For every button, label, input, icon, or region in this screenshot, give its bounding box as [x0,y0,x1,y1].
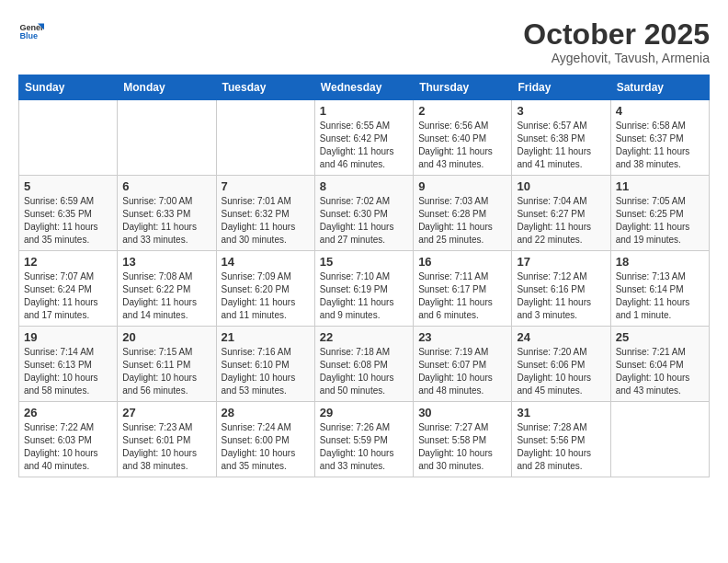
calendar-cell: 30Sunrise: 7:27 AM Sunset: 5:58 PM Dayli… [414,402,512,477]
calendar-cell: 27Sunrise: 7:23 AM Sunset: 6:01 PM Dayli… [118,402,216,477]
page-header: General Blue October 2025 Aygehovit, Tav… [18,18,710,65]
day-number: 21 [222,330,310,344]
title-block: October 2025 Aygehovit, Tavush, Armenia [523,18,710,65]
calendar-cell: 9Sunrise: 7:03 AM Sunset: 6:28 PM Daylig… [414,176,512,251]
day-number: 31 [517,406,605,419]
day-number: 10 [517,179,605,193]
calendar-cell: 2Sunrise: 6:56 AM Sunset: 6:40 PM Daylig… [414,100,512,176]
day-info: Sunrise: 7:01 AM Sunset: 6:32 PM Dayligh… [222,195,310,247]
calendar-week-row: 1Sunrise: 6:55 AM Sunset: 6:42 PM Daylig… [19,100,710,176]
weekday-header-row: SundayMondayTuesdayWednesdayThursdayFrid… [19,75,710,100]
calendar-cell [118,100,216,176]
weekday-header: Saturday [610,75,709,100]
day-number: 29 [320,406,408,419]
calendar-cell [216,100,314,176]
svg-text:Blue: Blue [19,31,38,40]
day-number: 2 [418,104,506,118]
calendar-week-row: 26Sunrise: 7:22 AM Sunset: 6:03 PM Dayli… [19,402,710,477]
calendar-cell: 18Sunrise: 7:13 AM Sunset: 6:14 PM Dayli… [610,251,709,327]
calendar-cell: 3Sunrise: 6:57 AM Sunset: 6:38 PM Daylig… [512,100,610,176]
calendar-cell: 14Sunrise: 7:09 AM Sunset: 6:20 PM Dayli… [216,251,314,327]
day-number: 13 [122,255,210,269]
day-info: Sunrise: 7:15 AM Sunset: 6:11 PM Dayligh… [122,346,210,397]
calendar-cell [19,100,118,176]
calendar-cell: 1Sunrise: 6:55 AM Sunset: 6:42 PM Daylig… [314,100,413,176]
day-number: 4 [616,104,704,118]
calendar-cell: 24Sunrise: 7:20 AM Sunset: 6:06 PM Dayli… [512,327,610,402]
day-info: Sunrise: 7:23 AM Sunset: 6:01 PM Dayligh… [122,421,210,473]
day-number: 12 [24,255,112,269]
day-info: Sunrise: 7:11 AM Sunset: 6:17 PM Dayligh… [418,270,506,322]
calendar-cell: 26Sunrise: 7:22 AM Sunset: 6:03 PM Dayli… [19,402,118,477]
calendar-cell: 17Sunrise: 7:12 AM Sunset: 6:16 PM Dayli… [512,251,610,327]
weekday-header: Friday [512,75,610,100]
day-number: 11 [616,179,704,193]
calendar-cell: 20Sunrise: 7:15 AM Sunset: 6:11 PM Dayli… [118,327,216,402]
day-number: 7 [222,179,310,193]
weekday-header: Sunday [19,75,118,100]
day-number: 30 [418,406,506,419]
calendar-week-row: 19Sunrise: 7:14 AM Sunset: 6:13 PM Dayli… [19,327,710,402]
day-number: 14 [222,255,310,269]
weekday-header: Wednesday [314,75,413,100]
day-number: 17 [517,255,605,269]
day-number: 23 [418,330,506,344]
day-info: Sunrise: 7:22 AM Sunset: 6:03 PM Dayligh… [24,421,112,473]
day-number: 1 [320,104,408,118]
calendar-cell: 5Sunrise: 6:59 AM Sunset: 6:35 PM Daylig… [19,176,118,251]
calendar-cell: 23Sunrise: 7:19 AM Sunset: 6:07 PM Dayli… [414,327,512,402]
weekday-header: Monday [118,75,216,100]
calendar-cell: 4Sunrise: 6:58 AM Sunset: 6:37 PM Daylig… [610,100,709,176]
day-info: Sunrise: 7:05 AM Sunset: 6:25 PM Dayligh… [616,195,704,247]
day-info: Sunrise: 7:19 AM Sunset: 6:07 PM Dayligh… [418,346,506,397]
calendar-cell: 31Sunrise: 7:28 AM Sunset: 5:56 PM Dayli… [512,402,610,477]
day-info: Sunrise: 7:28 AM Sunset: 5:56 PM Dayligh… [517,421,605,473]
day-info: Sunrise: 7:26 AM Sunset: 5:59 PM Dayligh… [320,421,408,473]
day-info: Sunrise: 6:58 AM Sunset: 6:37 PM Dayligh… [616,120,704,171]
calendar-table: SundayMondayTuesdayWednesdayThursdayFrid… [18,75,710,477]
day-info: Sunrise: 7:00 AM Sunset: 6:33 PM Dayligh… [122,195,210,247]
day-info: Sunrise: 6:59 AM Sunset: 6:35 PM Dayligh… [24,195,112,247]
day-info: Sunrise: 7:16 AM Sunset: 6:10 PM Dayligh… [222,346,310,397]
weekday-header: Tuesday [216,75,314,100]
day-number: 16 [418,255,506,269]
location-subtitle: Aygehovit, Tavush, Armenia [523,51,710,65]
day-info: Sunrise: 7:20 AM Sunset: 6:06 PM Dayligh… [517,346,605,397]
calendar-week-row: 12Sunrise: 7:07 AM Sunset: 6:24 PM Dayli… [19,251,710,327]
day-number: 15 [320,255,408,269]
day-info: Sunrise: 7:18 AM Sunset: 6:08 PM Dayligh… [320,346,408,397]
calendar-cell: 28Sunrise: 7:24 AM Sunset: 6:00 PM Dayli… [216,402,314,477]
month-title: October 2025 [523,18,710,51]
day-number: 6 [122,179,210,193]
day-number: 18 [616,255,704,269]
calendar-week-row: 5Sunrise: 6:59 AM Sunset: 6:35 PM Daylig… [19,176,710,251]
calendar-cell: 7Sunrise: 7:01 AM Sunset: 6:32 PM Daylig… [216,176,314,251]
calendar-cell: 10Sunrise: 7:04 AM Sunset: 6:27 PM Dayli… [512,176,610,251]
calendar-cell: 15Sunrise: 7:10 AM Sunset: 6:19 PM Dayli… [314,251,413,327]
calendar-cell: 29Sunrise: 7:26 AM Sunset: 5:59 PM Dayli… [314,402,413,477]
calendar-cell: 13Sunrise: 7:08 AM Sunset: 6:22 PM Dayli… [118,251,216,327]
day-info: Sunrise: 7:13 AM Sunset: 6:14 PM Dayligh… [616,270,704,322]
day-number: 25 [616,330,704,344]
day-info: Sunrise: 7:07 AM Sunset: 6:24 PM Dayligh… [24,270,112,322]
calendar-cell: 19Sunrise: 7:14 AM Sunset: 6:13 PM Dayli… [19,327,118,402]
calendar-cell: 16Sunrise: 7:11 AM Sunset: 6:17 PM Dayli… [414,251,512,327]
logo: General Blue [18,18,44,44]
calendar-cell: 11Sunrise: 7:05 AM Sunset: 6:25 PM Dayli… [610,176,709,251]
calendar-cell: 6Sunrise: 7:00 AM Sunset: 6:33 PM Daylig… [118,176,216,251]
calendar-cell: 21Sunrise: 7:16 AM Sunset: 6:10 PM Dayli… [216,327,314,402]
day-info: Sunrise: 7:24 AM Sunset: 6:00 PM Dayligh… [222,421,310,473]
day-info: Sunrise: 7:03 AM Sunset: 6:28 PM Dayligh… [418,195,506,247]
day-number: 20 [122,330,210,344]
calendar-cell: 8Sunrise: 7:02 AM Sunset: 6:30 PM Daylig… [314,176,413,251]
day-number: 28 [222,406,310,419]
day-info: Sunrise: 7:21 AM Sunset: 6:04 PM Dayligh… [616,346,704,397]
day-info: Sunrise: 6:56 AM Sunset: 6:40 PM Dayligh… [418,120,506,171]
weekday-header: Thursday [414,75,512,100]
day-info: Sunrise: 7:14 AM Sunset: 6:13 PM Dayligh… [24,346,112,397]
day-info: Sunrise: 6:57 AM Sunset: 6:38 PM Dayligh… [517,120,605,171]
calendar-cell: 12Sunrise: 7:07 AM Sunset: 6:24 PM Dayli… [19,251,118,327]
day-info: Sunrise: 7:04 AM Sunset: 6:27 PM Dayligh… [517,195,605,247]
day-number: 5 [24,179,112,193]
day-number: 9 [418,179,506,193]
